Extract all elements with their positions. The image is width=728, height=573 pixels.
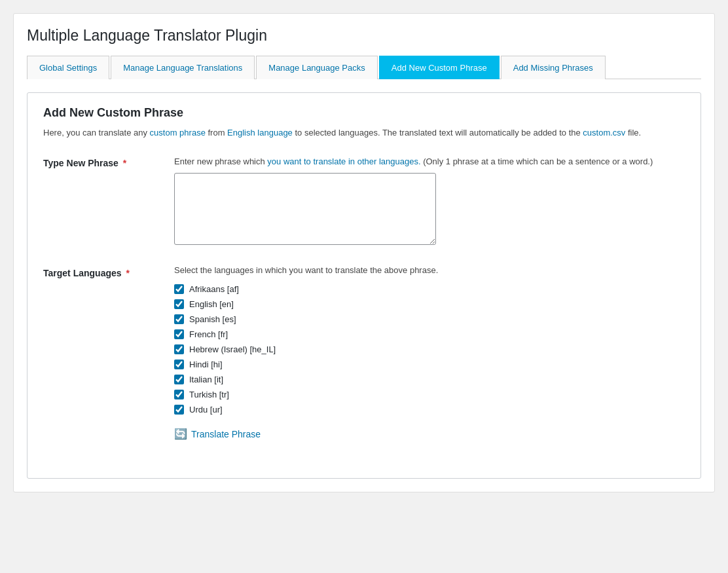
language-item[interactable]: French [fr] (174, 329, 685, 339)
languages-field-container: Select the languages in which you want t… (174, 265, 685, 440)
language-checkbox-en[interactable] (174, 299, 184, 309)
language-label-fr: French [fr] (189, 329, 228, 339)
language-label-he_IL: Hebrew (Israel) [he_IL] (189, 344, 276, 354)
language-label-af: Afrikaans [af] (189, 284, 239, 294)
language-item[interactable]: Urdu [ur] (174, 405, 685, 415)
language-checkbox-he_IL[interactable] (174, 344, 184, 354)
tab-manage-language-packs[interactable]: Manage Language Packs (256, 56, 377, 79)
language-checkbox-tr[interactable] (174, 390, 184, 399)
language-checkbox-ur[interactable] (174, 405, 184, 415)
intro-text: Here, you can translate any custom phras… (43, 126, 685, 139)
translate-icon: 🔄 (174, 428, 187, 440)
languages-row: Target Languages * Select the languages … (43, 265, 685, 440)
language-label-tr: Turkish [tr] (189, 390, 229, 399)
language-item[interactable]: Hindi [hi] (174, 360, 685, 369)
phrase-hint: Enter new phrase which you want to trans… (174, 155, 685, 168)
content-box: Add New Custom Phrase Here, you can tran… (27, 92, 701, 479)
page-wrapper: Multiple Language Translator Plugin Glob… (13, 13, 715, 492)
translate-button-label: Translate Phrase (191, 429, 261, 439)
language-label-hi: Hindi [hi] (189, 360, 223, 369)
language-checkbox-hi[interactable] (174, 360, 184, 369)
language-item[interactable]: Hebrew (Israel) [he_IL] (174, 344, 685, 354)
tab-manage-language-translations[interactable]: Manage Language Translations (111, 56, 255, 79)
tab-add-missing-phrases[interactable]: Add Missing Phrases (501, 56, 606, 79)
language-item[interactable]: Italian [it] (174, 375, 685, 384)
language-item[interactable]: Turkish [tr] (174, 390, 685, 399)
translate-phrase-button[interactable]: 🔄 Translate Phrase (174, 428, 261, 440)
phrase-required: * (123, 158, 126, 168)
language-label-it: Italian [it] (189, 375, 223, 384)
languages-hint: Select the languages in which you want t… (174, 265, 685, 275)
language-checkbox-es[interactable] (174, 314, 184, 324)
languages-list: Afrikaans [af]English [en]Spanish [es]Fr… (174, 284, 685, 415)
language-label-es: Spanish [es] (189, 314, 236, 324)
tabs-nav: Global Settings Manage Language Translat… (27, 55, 701, 79)
phrase-row: Type New Phrase * Enter new phrase which… (43, 155, 685, 248)
phrase-textarea[interactable] (174, 173, 436, 245)
section-title: Add New Custom Phrase (43, 106, 685, 120)
language-item[interactable]: Spanish [es] (174, 314, 685, 324)
tab-add-new-custom-phrase[interactable]: Add New Custom Phrase (379, 56, 500, 79)
languages-label: Target Languages * (43, 265, 174, 278)
language-label-ur: Urdu [ur] (189, 405, 223, 415)
page-title: Multiple Language Translator Plugin (27, 27, 701, 45)
tab-global-settings[interactable]: Global Settings (27, 56, 109, 79)
phrase-label: Type New Phrase * (43, 155, 174, 168)
language-item[interactable]: English [en] (174, 299, 685, 309)
phrase-field-container: Enter new phrase which you want to trans… (174, 155, 685, 248)
language-checkbox-af[interactable] (174, 284, 184, 294)
language-checkbox-fr[interactable] (174, 329, 184, 339)
languages-required: * (126, 268, 129, 278)
language-label-en: English [en] (189, 299, 234, 309)
language-item[interactable]: Afrikaans [af] (174, 284, 685, 294)
language-checkbox-it[interactable] (174, 375, 184, 384)
